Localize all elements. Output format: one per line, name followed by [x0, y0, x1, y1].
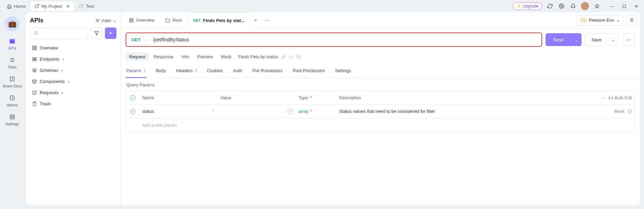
sidebar-item-overview[interactable]: Overview [30, 42, 116, 54]
close-icon[interactable]: ✕ [66, 4, 70, 9]
params-count-badge: 1 [144, 69, 146, 73]
param-name-cell[interactable]: status [140, 109, 218, 114]
subtab-preview[interactable]: Preview [194, 52, 216, 61]
plus-icon: + [254, 18, 257, 23]
svg-rect-23 [298, 56, 301, 59]
upgrade-button[interactable]: ✨ Upgrade [513, 2, 542, 10]
row-check[interactable]: ✓ [126, 109, 140, 114]
sidebar-item-endpoints[interactable]: 96 Endpoints ▸ [30, 54, 116, 65]
sectab-settings[interactable]: Settings [334, 65, 352, 78]
svg-point-0 [561, 5, 562, 7]
sectab-pre[interactable]: Pre Processors [252, 65, 283, 78]
subtab-response[interactable]: Response [150, 52, 177, 61]
remove-row-icon[interactable] [627, 109, 632, 114]
overview-icon [32, 45, 37, 50]
url-more-button[interactable]: ⋯ [622, 33, 635, 46]
header-check[interactable]: ✓ [126, 95, 140, 101]
requests-icon [32, 90, 37, 95]
sectab-auth[interactable]: Auth [233, 65, 243, 78]
content-tab-root[interactable]: Root [160, 12, 187, 28]
save-button[interactable]: Save ⌄ [585, 33, 619, 46]
trash-icon [32, 101, 37, 106]
content-tab-active[interactable]: GET Finds Pets by stat... [187, 13, 251, 28]
sectab-cookies[interactable]: Cookies [206, 65, 224, 78]
row-actions: More [577, 109, 635, 114]
subtab-info[interactable]: Info [178, 52, 192, 61]
search-input[interactable] [30, 27, 88, 39]
add-param-placeholder: Add a new param [140, 123, 218, 128]
row-more-label[interactable]: More [614, 109, 624, 114]
sectab-post[interactable]: Post Processors [292, 65, 326, 78]
bulk-edit-button[interactable]: Bulk Edit [608, 95, 632, 100]
panel-menu-button[interactable]: ☰ [626, 15, 637, 26]
subtab-request[interactable]: Request [126, 52, 149, 61]
sidebar-item-trash[interactable]: Trash [30, 98, 116, 109]
request-subtabs: Request Response Info Preview Mock Finds… [121, 51, 640, 63]
avatar[interactable] [581, 2, 589, 10]
sidebar-title: APIs [30, 17, 43, 24]
rail-item-settings[interactable]: Settings [5, 113, 19, 126]
params-add-row[interactable]: Add a new param [126, 118, 635, 132]
param-name: status [142, 109, 154, 114]
workspace-logo[interactable]: 💼 [5, 16, 20, 31]
content-tab-label: Root [172, 18, 182, 23]
send-split[interactable]: ⌄ [571, 37, 582, 42]
sidebar-item-requests[interactable]: Requests ▸ [30, 87, 116, 98]
method-selector[interactable]: GET ⌄ [128, 35, 149, 44]
param-value-cell[interactable]: ⠿ + [218, 109, 296, 114]
sectab-headers[interactable]: Headers 7 [176, 65, 198, 78]
rail-label: Tests [8, 65, 17, 69]
minimize-icon[interactable]: — [608, 2, 615, 10]
param-type-cell[interactable]: array * [296, 109, 336, 114]
close-window-icon[interactable]: ✕ [632, 2, 640, 10]
top-tab-test[interactable]: Test [75, 2, 98, 11]
refresh-icon[interactable] [546, 2, 554, 10]
sidebar-item-schemas[interactable]: Schemas ▸ [30, 65, 116, 76]
sidebar-item-label: Schemas [40, 68, 58, 73]
sectab-params[interactable]: Params 1 [126, 65, 146, 78]
more-horizontal-icon: ⋯ [265, 18, 270, 23]
svg-point-8 [96, 19, 97, 20]
branch-selector[interactable]: main ⌄ [95, 18, 116, 23]
add-value-icon[interactable]: + [288, 109, 293, 114]
copy-icon[interactable] [296, 55, 301, 59]
code-icon[interactable] [289, 55, 294, 59]
save-split[interactable]: ⌄ [608, 37, 619, 42]
more-horizontal-icon: ⋯ [627, 37, 631, 42]
rail-item-share[interactable]: Share Docs [2, 75, 22, 88]
top-tab-home[interactable]: Home [3, 2, 30, 11]
rail-item-history[interactable]: History [6, 94, 18, 107]
left-rail: 💼 APIs Tests Share Docs History Settings [0, 12, 24, 209]
pin-icon[interactable] [593, 2, 601, 10]
param-desc-cell[interactable]: Status values that need to be considered… [336, 109, 577, 114]
sidebar-item-label: Endpoints [40, 57, 59, 62]
sectab-body[interactable]: Body [155, 65, 167, 78]
maximize-icon[interactable] [620, 2, 628, 10]
bell-icon[interactable] [569, 2, 577, 10]
sectab-label: Headers [176, 68, 193, 73]
new-tab-button[interactable]: + [250, 18, 261, 23]
sidebar-item-components[interactable]: Components ▸ [30, 76, 116, 87]
sidebar-item-label: Trash [40, 101, 51, 106]
rail-item-apis[interactable]: APIs [8, 37, 16, 50]
more-horizontal-icon[interactable]: ⋯ [601, 95, 606, 100]
gear-icon[interactable] [558, 2, 565, 10]
window-controls: — ✕ [608, 2, 640, 10]
link-icon[interactable] [281, 55, 286, 59]
svg-text:96: 96 [33, 58, 35, 60]
code-icon [608, 96, 613, 100]
subtab-mock[interactable]: Mock [218, 52, 235, 61]
tab-more-button[interactable]: ⋯ [261, 18, 274, 23]
environment-selector[interactable]: Pe Petstore Env ⌄ [576, 15, 624, 26]
filter-button[interactable] [91, 27, 102, 39]
add-button[interactable]: + [105, 27, 116, 39]
headers-count-badge: 7 [195, 69, 197, 73]
content-tab-overview[interactable]: Overview [124, 12, 160, 28]
send-button[interactable]: Send ⌄ [546, 33, 582, 46]
rail-item-tests[interactable]: Tests [8, 56, 17, 69]
drag-handle-icon[interactable]: ⠿ [212, 109, 215, 112]
content-tab-label: Overview [136, 18, 154, 23]
url-input[interactable] [150, 37, 541, 42]
top-tab-project[interactable]: My Project ✕ [31, 2, 74, 11]
svg-point-9 [98, 19, 99, 20]
